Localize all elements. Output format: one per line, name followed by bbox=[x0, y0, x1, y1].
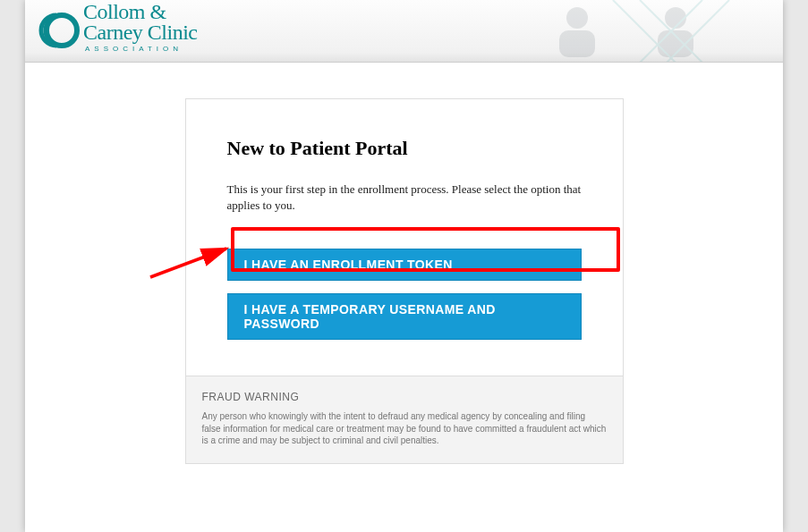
fraud-warning-text: Any person who knowingly with the intent… bbox=[202, 410, 607, 447]
logo-line2: Carney Clinic bbox=[83, 22, 197, 43]
enrollment-card: New to Patient Portal This is your first… bbox=[185, 98, 624, 376]
header: Collom & Carney Clinic ASSOCIATION bbox=[25, 0, 783, 63]
card-title: New to Patient Portal bbox=[227, 137, 582, 160]
svg-rect-2 bbox=[559, 30, 595, 57]
page-container: Collom & Carney Clinic ASSOCIATION New t… bbox=[25, 0, 783, 532]
logo: Collom & Carney Clinic ASSOCIATION bbox=[38, 2, 197, 53]
card-description: This is your first step in the enrollmen… bbox=[227, 182, 582, 213]
content-area: New to Patient Portal This is your first… bbox=[25, 63, 783, 464]
logo-association: ASSOCIATION bbox=[85, 45, 197, 53]
enrollment-token-button[interactable]: I HAVE AN ENROLLMENT TOKEN bbox=[227, 249, 582, 281]
logo-icon bbox=[38, 10, 80, 51]
header-decoration bbox=[515, 0, 783, 63]
logo-text: Collom & Carney Clinic ASSOCIATION bbox=[83, 2, 197, 53]
temporary-credentials-button[interactable]: I HAVE A TEMPORARY USERNAME AND PASSWORD bbox=[227, 293, 582, 340]
svg-point-3 bbox=[665, 7, 686, 29]
fraud-warning-box: FRAUD WARNING Any person who knowingly w… bbox=[185, 376, 624, 464]
fraud-warning-title: FRAUD WARNING bbox=[202, 391, 607, 403]
svg-point-1 bbox=[566, 7, 588, 29]
